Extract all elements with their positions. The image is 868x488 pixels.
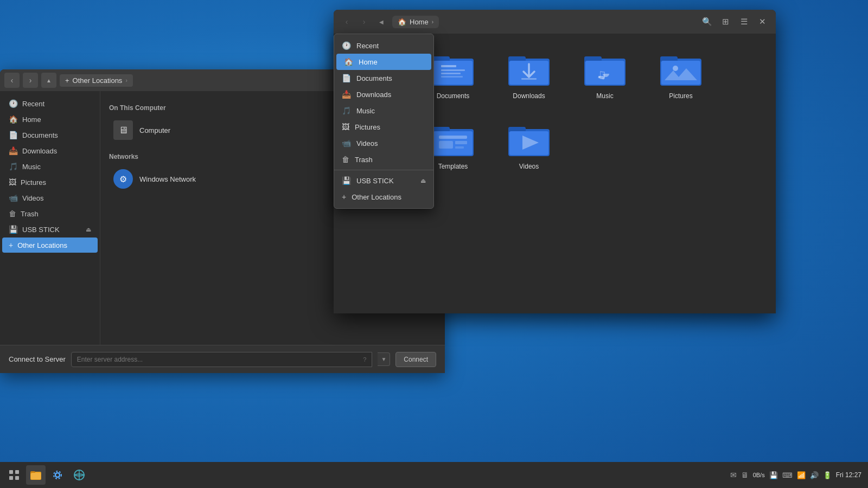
sidebar-item-pictures-back[interactable]: 🖼 Pictures xyxy=(2,175,98,190)
svg-rect-41 xyxy=(9,476,13,480)
fm-sidebar-back: 🕐 Recent 🏠 Home 📄 Documents 📥 Downloads … xyxy=(0,91,100,345)
dropdown-label: Pictures xyxy=(355,123,380,131)
documents-dropdown-icon: 📄 xyxy=(342,74,351,82)
dropdown-item-pictures[interactable]: 🖼 Pictures xyxy=(334,119,433,135)
list-view-btn[interactable]: ☰ xyxy=(736,14,752,30)
sidebar-item-home-back[interactable]: 🏠 Home xyxy=(2,112,98,127)
server-address-input[interactable] xyxy=(77,356,360,363)
dropdown-item-videos[interactable]: 📹 Videos xyxy=(334,135,433,151)
network-speed: 0B/s xyxy=(753,472,765,478)
close-btn[interactable]: ✕ xyxy=(754,14,770,30)
eject-icon[interactable]: ⏏ xyxy=(86,226,91,233)
svg-rect-11 xyxy=(441,73,461,74)
svg-rect-9 xyxy=(441,65,456,67)
eject-dropdown-icon[interactable]: ⏏ xyxy=(420,177,426,184)
pictures-folder-icon xyxy=(659,49,703,88)
files-taskbar-btn[interactable] xyxy=(26,465,46,485)
help-icon: ? xyxy=(363,356,366,363)
file-item-downloads[interactable]: Downloads xyxy=(496,44,561,104)
dropdown-item-usb[interactable]: 💾 USB STICK ⏏ xyxy=(334,172,433,189)
location-bar-front[interactable]: 🏠 Home › xyxy=(392,16,439,28)
home-dropdown-icon: 🏠 xyxy=(344,57,353,66)
files-folder-icon xyxy=(30,469,42,481)
view-toggle-btn[interactable]: ⊞ xyxy=(717,14,733,30)
dropdown-item-downloads[interactable]: 📥 Downloads xyxy=(334,86,433,102)
sidebar-label: Downloads xyxy=(22,147,57,155)
sidebar-item-trash-back[interactable]: 🗑 Trash xyxy=(2,206,98,221)
forward-btn-front[interactable]: › xyxy=(356,14,372,29)
dropdown-item-documents[interactable]: 📄 Documents xyxy=(334,70,433,86)
music-dropdown-icon: 🎵 xyxy=(342,106,351,115)
up-btn-back[interactable]: ▲ xyxy=(41,73,56,88)
svg-rect-23 xyxy=(661,61,700,85)
computer-drive-label: Computer xyxy=(139,126,170,134)
svg-rect-42 xyxy=(15,476,19,480)
usb-icon: 💾 xyxy=(9,225,18,234)
sidebar-label: Music xyxy=(22,163,41,171)
file-item-pictures[interactable]: Pictures xyxy=(648,44,713,104)
settings-taskbar-btn[interactable] xyxy=(48,465,67,485)
sidebar-item-documents-back[interactable]: 📄 Documents xyxy=(2,127,98,143)
file-item-videos[interactable]: Videos xyxy=(496,115,561,175)
location-text-back: Other Locations xyxy=(73,76,123,85)
sidebar-item-recent-back[interactable]: 🕐 Recent xyxy=(2,96,98,111)
templates-folder-icon xyxy=(431,119,475,158)
volume-icon: 🔊 xyxy=(810,471,819,479)
downloads-label: Downloads xyxy=(513,92,545,100)
dropdown-label: Other Locations xyxy=(352,193,401,201)
sidebar-label: Documents xyxy=(22,131,58,139)
windows-network-icon: ⚙ xyxy=(113,169,133,189)
other-locations-icon: + xyxy=(9,241,13,249)
settings-gear-icon xyxy=(52,469,63,481)
dropdown-item-home[interactable]: 🏠 Home xyxy=(336,54,431,70)
videos-icon: 📹 xyxy=(9,194,18,202)
dropdown-label: USB STICK xyxy=(356,177,394,185)
dropdown-label: Videos xyxy=(356,139,378,147)
dropdown-item-trash[interactable]: 🗑 Trash xyxy=(334,151,433,168)
apps-grid-icon xyxy=(9,470,20,480)
apps-grid-button[interactable] xyxy=(4,465,24,485)
up-btn-front[interactable]: ◀ xyxy=(374,14,389,29)
back-btn-front[interactable]: ‹ xyxy=(339,14,354,29)
svg-rect-35 xyxy=(455,146,464,149)
toolbar-right: 🔍 ⊞ ☰ ✕ xyxy=(699,14,770,30)
svg-rect-45 xyxy=(31,473,41,479)
forward-btn-back[interactable]: › xyxy=(23,73,38,88)
music-icon: 🎵 xyxy=(9,162,18,171)
documents-icon: 📄 xyxy=(9,131,18,139)
svg-text:♫: ♫ xyxy=(596,66,607,82)
svg-rect-12 xyxy=(441,76,463,78)
browser-taskbar-btn[interactable] xyxy=(69,465,89,485)
server-dropdown-btn[interactable]: ▼ xyxy=(378,352,390,366)
fm-front-titlebar: ‹ › ◀ 🏠 Home › 🔍 ⊞ ☰ ✕ 🕐 Recent 🏠 Home xyxy=(334,10,776,34)
sidebar-item-other-back[interactable]: + Other Locations xyxy=(2,237,98,253)
server-address-field[interactable]: ? xyxy=(71,352,373,367)
sidebar-item-videos-back[interactable]: 📹 Videos xyxy=(2,190,98,206)
svg-rect-39 xyxy=(9,470,13,474)
location-label-back: + Other Locations › xyxy=(60,74,133,87)
other-dropdown-icon: + xyxy=(342,192,346,201)
back-btn-back[interactable]: ‹ xyxy=(4,73,20,88)
home-location-icon: 🏠 xyxy=(398,18,406,26)
taskbar-right: ✉ 🖥 0B/s 💾 ⌨ 📶 🔊 🔋 Fri 12:27 xyxy=(724,471,868,479)
svg-rect-32 xyxy=(439,136,467,139)
dropdown-item-recent[interactable]: 🕐 Recent xyxy=(334,37,433,54)
email-icon: ✉ xyxy=(730,471,737,479)
sidebar-item-downloads-back[interactable]: 📥 Downloads xyxy=(2,143,98,158)
file-item-music[interactable]: ♫ Music xyxy=(572,44,637,104)
sidebar-label: Home xyxy=(22,115,41,124)
sidebar-item-usb-back[interactable]: 💾 USB STICK ⏏ xyxy=(2,222,98,237)
sidebar-item-music-back[interactable]: 🎵 Music xyxy=(2,159,98,174)
home-location-label: Home xyxy=(410,18,429,26)
search-btn[interactable]: 🔍 xyxy=(699,14,715,30)
dropdown-item-other[interactable]: + Other Locations xyxy=(334,189,433,205)
home-icon: 🏠 xyxy=(9,115,18,124)
videos-dropdown-icon: 📹 xyxy=(342,139,351,147)
svg-point-46 xyxy=(55,473,60,477)
usb-dropdown-icon: 💾 xyxy=(342,176,351,185)
recent-icon: 🕐 xyxy=(9,99,18,108)
dropdown-item-music[interactable]: 🎵 Music xyxy=(334,102,433,119)
taskbar-left xyxy=(0,465,93,485)
keyboard-icon: ⌨ xyxy=(782,471,793,479)
connect-btn[interactable]: Connect xyxy=(395,352,436,367)
